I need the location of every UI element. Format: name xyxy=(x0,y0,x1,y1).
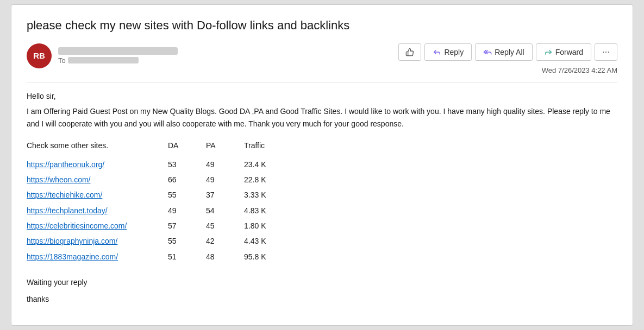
da-value: 53 xyxy=(168,158,206,170)
pa-value: 37 xyxy=(206,189,244,201)
site-link[interactable]: https://pantheonuk.org/ xyxy=(27,158,168,170)
header-right: Reply Reply All F xyxy=(398,43,617,74)
traffic-value: 4.83 K xyxy=(244,205,298,217)
closing-line1: Waiting your reply xyxy=(27,276,617,289)
traffic-value: 23.4 K xyxy=(244,158,298,170)
forward-icon xyxy=(544,48,553,56)
table-row: https://biographyninja.com/ 55 42 4.43 K xyxy=(27,235,331,247)
reply-all-button[interactable]: Reply All xyxy=(475,43,532,61)
da-value: 51 xyxy=(168,251,206,263)
pa-value: 49 xyxy=(206,158,244,170)
table-row: https://techiehike.com/ 55 37 3.33 K xyxy=(27,189,331,201)
traffic-value: 4.43 K xyxy=(244,235,298,247)
forward-button[interactable]: Forward xyxy=(536,43,591,61)
reply-label: Reply xyxy=(444,48,464,56)
email-body: Hello sir, I am Offering Paid Guest Post… xyxy=(27,90,617,307)
sites-table: Check some other sites. DA PA Traffic ht… xyxy=(27,139,331,263)
table-header: Check some other sites. DA PA Traffic xyxy=(27,139,331,151)
reply-all-icon xyxy=(483,48,492,56)
da-value: 66 xyxy=(168,174,206,186)
traffic-value: 1.80 K xyxy=(244,220,298,232)
svg-point-1 xyxy=(605,52,607,53)
more-icon xyxy=(602,48,610,56)
sender-name xyxy=(58,47,178,55)
body-paragraph: I am Offering Paid Guest Post on my New … xyxy=(27,105,617,130)
pa-value: 49 xyxy=(206,174,244,186)
divider xyxy=(27,82,617,82)
da-value: 49 xyxy=(168,205,206,217)
sender-to: To xyxy=(58,56,178,65)
site-link[interactable]: https://1883magazine.com/ xyxy=(27,251,168,263)
traffic-value: 22.8 K xyxy=(244,174,298,186)
closing-line2: thanks xyxy=(27,293,617,306)
table-row: https://1883magazine.com/ 51 48 95.8 K xyxy=(27,251,331,263)
action-buttons: Reply Reply All F xyxy=(398,43,617,61)
body-greeting: Hello sir, xyxy=(27,90,617,102)
pa-value: 42 xyxy=(206,235,244,247)
svg-point-2 xyxy=(608,52,609,53)
traffic-value: 3.33 K xyxy=(244,189,298,201)
like-button[interactable] xyxy=(398,43,421,61)
da-value: 55 xyxy=(168,189,206,201)
reply-icon xyxy=(433,48,441,56)
table-row: https://pantheonuk.org/ 53 49 23.4 K xyxy=(27,158,331,170)
reply-button[interactable]: Reply xyxy=(424,43,472,61)
traffic-value: 95.8 K xyxy=(244,251,298,263)
thumbs-up-icon xyxy=(405,48,414,56)
site-link[interactable]: https://biographyninja.com/ xyxy=(27,235,168,247)
da-value: 57 xyxy=(168,220,206,232)
sites-rows: https://pantheonuk.org/ 53 49 23.4 K htt… xyxy=(27,158,331,263)
pa-value: 48 xyxy=(206,251,244,263)
more-button[interactable] xyxy=(595,43,617,61)
site-link[interactable]: https://techplanet.today/ xyxy=(27,205,168,217)
email-card: please check my new sites with Do-follow… xyxy=(11,4,633,325)
email-subject: please check my new sites with Do-follow… xyxy=(27,18,617,34)
col-da-header: DA xyxy=(168,139,206,151)
email-header: RB To xyxy=(27,43,617,74)
sender-section: RB To xyxy=(27,43,178,68)
pa-value: 45 xyxy=(206,220,244,232)
col-site-header: Check some other sites. xyxy=(27,139,168,151)
da-value: 55 xyxy=(168,235,206,247)
col-pa-header: PA xyxy=(206,139,244,151)
site-link[interactable]: https://techiehike.com/ xyxy=(27,189,168,201)
sender-info: To xyxy=(58,47,178,65)
avatar: RB xyxy=(27,43,52,68)
col-traffic-header: Traffic xyxy=(244,139,298,151)
svg-point-0 xyxy=(603,52,604,53)
timestamp: Wed 7/26/2023 4:22 AM xyxy=(542,66,617,74)
table-row: https://celebritiesincome.com/ 57 45 1.8… xyxy=(27,220,331,232)
site-link[interactable]: https://celebritiesincome.com/ xyxy=(27,220,168,232)
reply-all-label: Reply All xyxy=(495,48,524,56)
pa-value: 54 xyxy=(206,205,244,217)
closing: Waiting your reply thanks xyxy=(27,276,617,306)
table-row: https://techplanet.today/ 49 54 4.83 K xyxy=(27,205,331,217)
sender-to-value xyxy=(68,57,139,64)
table-row: https://wheon.com/ 66 49 22.8 K xyxy=(27,174,331,186)
forward-label: Forward xyxy=(555,48,583,56)
site-link[interactable]: https://wheon.com/ xyxy=(27,174,168,186)
